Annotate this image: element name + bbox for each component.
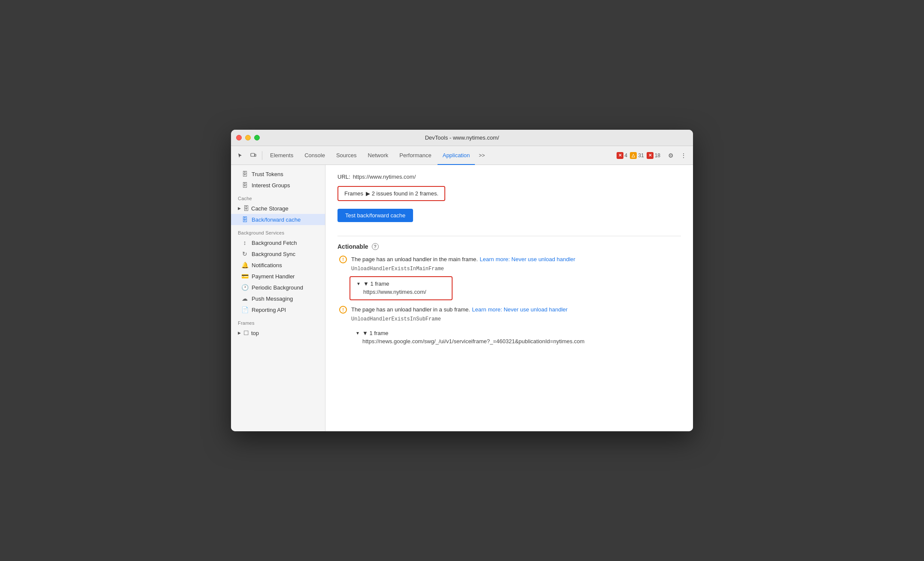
more-tabs-button[interactable]: >> — [476, 149, 488, 162]
expand-arrow-icon: ▶ — [238, 331, 241, 335]
frame-icon: ☐ — [243, 329, 249, 336]
title-bar: DevTools - www.nytimes.com/ — [231, 130, 693, 146]
cursor-tool-button[interactable] — [234, 149, 246, 162]
collapse-arrow-icon: ▼ — [356, 281, 361, 286]
sync-icon: ↻ — [241, 250, 248, 257]
warning-badge[interactable]: △ 31 — [630, 152, 644, 159]
issue1-text: The page has an unload handler in the ma… — [351, 256, 478, 262]
fetch-icon: ↕ — [241, 239, 248, 246]
sidebar-item-interest-groups[interactable]: 🗄 Interest Groups — [231, 180, 325, 191]
warning-icon: △ — [630, 152, 637, 159]
issue1-learn-more-link[interactable]: Learn more: Never use unload handler — [480, 256, 575, 262]
collapse-arrow-icon: ▼ — [356, 331, 360, 335]
traffic-lights — [236, 135, 260, 140]
bell-icon: 🔔 — [241, 262, 248, 268]
frames-section-label: Frames — [231, 315, 325, 327]
sidebar-item-background-fetch[interactable]: ↕ Background Fetch — [231, 237, 325, 248]
frames-issues-box[interactable]: Frames ▶ 2 issues found in 2 frames. — [337, 186, 445, 201]
tab-application[interactable]: Application — [438, 146, 475, 165]
tab-sources[interactable]: Sources — [331, 146, 362, 165]
clock-icon: 🕐 — [241, 284, 248, 291]
sidebar-item-periodic-background[interactable]: 🕐 Periodic Background — [231, 282, 325, 293]
maximize-button[interactable] — [254, 135, 260, 140]
window-title: DevTools - www.nytimes.com/ — [425, 134, 499, 141]
toolbar: Elements Console Sources Network Perform… — [231, 146, 693, 165]
toolbar-separator — [262, 151, 262, 160]
tab-console[interactable]: Console — [299, 146, 330, 165]
background-services-label: Background Services — [231, 225, 325, 237]
issue1-row: ! The page has an unload handler in the … — [337, 255, 681, 263]
issue1-frame-box: ▼ ▼ 1 frame https://www.nytimes.com/ — [350, 276, 453, 300]
device-toggle-button[interactable] — [247, 149, 259, 162]
issue1-text-block: The page has an unload handler in the ma… — [351, 255, 575, 263]
sidebar-item-back-forward-cache[interactable]: 🗄 Back/forward cache — [231, 214, 325, 225]
warning-circle-icon: ! — [339, 306, 347, 314]
more-options-button[interactable]: ⋮ — [678, 149, 690, 162]
frames-label: Frames — [344, 190, 363, 197]
tab-performance[interactable]: Performance — [394, 146, 436, 165]
issue2-text-block: The page has an unload handler in a sub … — [351, 305, 568, 313]
expand-arrow-icon: ▶ — [238, 206, 241, 210]
minimize-button[interactable] — [245, 135, 251, 140]
devtools-window: DevTools - www.nytimes.com/ Elements Con… — [231, 130, 693, 431]
svg-rect-0 — [251, 153, 255, 156]
badge-group: ✕ 4 △ 31 ✕ 18 — [617, 152, 660, 159]
error-icon: ✕ — [617, 152, 623, 159]
sidebar-item-notifications[interactable]: 🔔 Notifications — [231, 259, 325, 271]
settings-button[interactable]: ⚙ — [665, 149, 677, 162]
database-icon: 🗄 — [241, 216, 248, 223]
cache-section-label: Cache — [231, 191, 325, 203]
help-icon[interactable]: ? — [372, 243, 379, 250]
issue1-frame-count: ▼ 1 frame — [363, 280, 389, 287]
issue2-code: UnloadHandlerExistsInSubFrame — [351, 316, 681, 322]
url-value: https://www.nytimes.com/ — [353, 174, 416, 180]
sidebar-item-trust-tokens[interactable]: 🗄 Trust Tokens — [231, 168, 325, 180]
close-button[interactable] — [236, 135, 242, 140]
payment-icon: 💳 — [241, 273, 248, 280]
info-badge[interactable]: ✕ 18 — [647, 152, 660, 159]
sidebar-item-payment-handler[interactable]: 💳 Payment Handler — [231, 271, 325, 282]
url-label: URL: — [337, 174, 350, 180]
info-icon: ✕ — [647, 152, 653, 159]
tab-elements[interactable]: Elements — [265, 146, 298, 165]
frames-issue-text: ▶ 2 issues found in 2 frames. — [366, 190, 438, 197]
warning-circle-icon: ! — [339, 256, 347, 263]
document-icon: 📄 — [241, 306, 248, 313]
actionable-row: Actionable ? — [337, 243, 681, 250]
issue2-row: ! The page has an unload handler in a su… — [337, 305, 681, 314]
issue2-frame-box: ▼ ▼ 1 frame https://news.google.com/swg/… — [350, 326, 590, 349]
actionable-label: Actionable — [337, 243, 368, 250]
database-icon: 🗄 — [241, 182, 248, 189]
sidebar-item-background-sync[interactable]: ↻ Background Sync — [231, 248, 325, 259]
main-area: 🗄 Trust Tokens 🗄 Interest Groups Cache ▶… — [231, 165, 693, 431]
content-area: URL: https://www.nytimes.com/ Frames ▶ 2… — [325, 165, 693, 431]
sidebar-item-top-frame[interactable]: ▶ ☐ top — [231, 327, 325, 338]
issue1-code: UnloadHandlerExistsInMainFrame — [351, 266, 681, 272]
issue2-frame-header[interactable]: ▼ ▼ 1 frame — [356, 330, 584, 336]
database-icon: 🗄 — [243, 205, 249, 212]
issue2-frame-url: https://news.google.com/swg/_/ui/v1/serv… — [356, 338, 584, 345]
test-cache-button[interactable]: Test back/forward cache — [337, 209, 413, 222]
url-row: URL: https://www.nytimes.com/ — [337, 174, 681, 180]
tab-network[interactable]: Network — [363, 146, 394, 165]
sidebar-item-push-messaging[interactable]: ☁ Push Messaging — [231, 293, 325, 304]
issue2-text: The page has an unload handler in a sub … — [351, 306, 470, 313]
sidebar-item-reporting-api[interactable]: 📄 Reporting API — [231, 304, 325, 315]
issue1-frame-url: https://www.nytimes.com/ — [356, 289, 446, 295]
issue2-learn-more-link[interactable]: Learn more: Never use unload handler — [472, 306, 568, 313]
sidebar-item-cache-storage[interactable]: ▶ 🗄 Cache Storage — [231, 203, 325, 214]
svg-rect-1 — [255, 154, 256, 156]
issue2-frame-count: ▼ 1 frame — [362, 330, 389, 336]
issue1-frame-header[interactable]: ▼ ▼ 1 frame — [356, 280, 446, 287]
sidebar: 🗄 Trust Tokens 🗄 Interest Groups Cache ▶… — [231, 165, 325, 431]
error-badge[interactable]: ✕ 4 — [617, 152, 628, 159]
divider — [337, 236, 681, 236]
cloud-icon: ☁ — [241, 295, 248, 302]
database-icon: 🗄 — [241, 171, 248, 177]
